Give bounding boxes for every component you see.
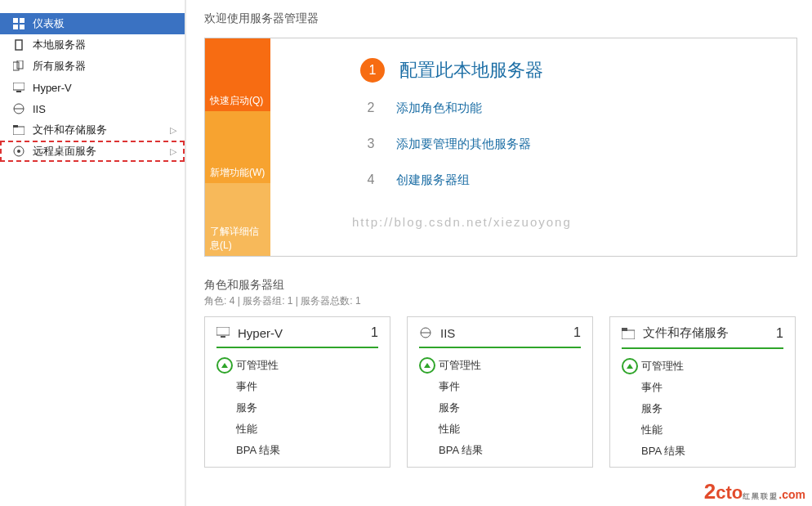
card-line-manageability[interactable]: 可管理性 (419, 355, 581, 376)
svg-rect-19 (622, 330, 635, 339)
svg-rect-0 (13, 18, 18, 23)
status-ok-icon (419, 357, 435, 374)
hyperv-icon (11, 83, 26, 92)
card-file-storage[interactable]: 文件和存储服务 1 可管理性 事件 服务 性能 BPA 结果 (609, 316, 796, 468)
sidebar-item-label: 远程桌面服务 (33, 144, 96, 159)
servers-icon (11, 60, 26, 72)
svg-point-14 (17, 150, 20, 153)
server-icon (11, 39, 26, 51)
step-number: 2 (360, 97, 381, 119)
tab-label: 新增功能(W) (210, 166, 265, 180)
sidebar-item-label: Hyper-V (33, 82, 72, 94)
sidebar-item-remote-desktop[interactable]: 远程桌面服务 ▷ (0, 141, 185, 162)
step-create-group[interactable]: 4 创建服务器组 (360, 169, 787, 190)
dashboard-icon (11, 18, 26, 29)
card-divider (419, 347, 581, 348)
chevron-right-icon: ▷ (170, 146, 176, 157)
watermark-logo: 2cto红黑联盟.com (704, 479, 805, 504)
card-title-text: 文件和存储服务 (643, 325, 729, 341)
card-line-manageability[interactable]: 可管理性 (622, 356, 783, 377)
rds-icon (11, 146, 26, 157)
sidebar: 仪表板 本地服务器 所有服务器 Hyper-V IIS 文件和存储服务 ▷ 远程… (0, 0, 186, 506)
card-line-events[interactable]: 事件 (419, 376, 581, 397)
roles-section-title: 角色和服务器组 (204, 278, 797, 293)
card-line-performance[interactable]: 性能 (622, 419, 783, 441)
step-text: 配置此本地服务器 (399, 58, 543, 83)
sidebar-item-iis[interactable]: IIS (0, 98, 185, 119)
step-configure-local[interactable]: 1 配置此本地服务器 (360, 58, 787, 83)
main-content: 欢迎使用服务器管理器 快速启动(Q) 新增功能(W) 了解详细信息(L) 1 配… (186, 0, 812, 468)
svg-rect-11 (13, 127, 25, 135)
card-count: 1 (573, 325, 581, 340)
tab-label: 快速启动(Q) (210, 94, 263, 108)
svg-rect-2 (13, 25, 18, 29)
card-line-bpa[interactable]: BPA 结果 (622, 441, 783, 462)
step-add-roles[interactable]: 2 添加角色和功能 (360, 97, 787, 119)
tab-quickstart[interactable]: 快速启动(Q) (205, 38, 270, 111)
card-line-performance[interactable]: 性能 (419, 419, 581, 440)
welcome-panel: 快速启动(Q) 新增功能(W) 了解详细信息(L) 1 配置此本地服务器 2 添… (204, 38, 797, 257)
card-title-text: IIS (440, 326, 455, 340)
card-line-manageability[interactable]: 可管理性 (216, 355, 378, 376)
sidebar-item-file-storage[interactable]: 文件和存储服务 ▷ (0, 119, 185, 141)
step-number: 4 (360, 169, 381, 190)
tab-learnmore[interactable]: 了解详细信息(L) (205, 183, 270, 256)
card-count: 1 (371, 325, 378, 340)
sidebar-item-label: 所有服务器 (33, 59, 86, 74)
sidebar-item-all-servers[interactable]: 所有服务器 (0, 56, 185, 77)
card-divider (216, 347, 378, 348)
card-line-services[interactable]: 服务 (216, 397, 378, 419)
svg-rect-3 (20, 25, 25, 29)
card-line-performance[interactable]: 性能 (216, 419, 378, 440)
sidebar-item-local-server[interactable]: 本地服务器 (0, 34, 185, 56)
file-icon (622, 328, 635, 339)
svg-rect-7 (13, 83, 25, 90)
svg-rect-4 (16, 40, 22, 50)
sidebar-item-label: 仪表板 (33, 16, 65, 31)
tab-whatsnew[interactable]: 新增功能(W) (205, 111, 270, 184)
card-count: 1 (776, 326, 783, 341)
tab-label: 了解详细信息(L) (210, 225, 265, 253)
welcome-title: 欢迎使用服务器管理器 (204, 11, 797, 26)
chevron-right-icon: ▷ (170, 125, 176, 136)
card-line-events[interactable]: 事件 (622, 377, 783, 398)
role-cards: Hyper-V 1 可管理性 事件 服务 性能 BPA 结果 IIS 1 可管理… (204, 316, 797, 468)
svg-rect-12 (13, 125, 18, 128)
roles-section-subtitle: 角色: 4 | 服务器组: 1 | 服务器总数: 1 (204, 294, 797, 308)
svg-rect-1 (20, 18, 25, 23)
iis-icon (419, 326, 432, 339)
card-hyperv[interactable]: Hyper-V 1 可管理性 事件 服务 性能 BPA 结果 (204, 316, 390, 468)
watermark-text: http://blog.csdn.net/xiezuoyong (352, 215, 787, 229)
sidebar-item-label: IIS (33, 103, 46, 115)
status-ok-icon (216, 357, 233, 374)
steps-area: 1 配置此本地服务器 2 添加角色和功能 3 添加要管理的其他服务器 4 创建服… (270, 38, 796, 256)
card-line-services[interactable]: 服务 (622, 398, 783, 419)
sidebar-item-label: 本地服务器 (33, 38, 86, 52)
sidebar-item-hyperv[interactable]: Hyper-V (0, 77, 185, 98)
card-line-bpa[interactable]: BPA 结果 (216, 440, 378, 461)
svg-rect-15 (216, 327, 230, 335)
step-add-servers[interactable]: 3 添加要管理的其他服务器 (360, 133, 787, 154)
svg-rect-8 (16, 91, 21, 92)
card-title-text: Hyper-V (238, 326, 283, 340)
iis-icon (11, 103, 26, 114)
svg-rect-16 (221, 336, 225, 338)
step-number: 1 (360, 58, 385, 83)
svg-rect-20 (622, 328, 627, 331)
card-line-bpa[interactable]: BPA 结果 (419, 440, 581, 461)
hyperv-icon (216, 327, 230, 338)
sidebar-item-dashboard[interactable]: 仪表板 (0, 13, 185, 34)
sidebar-item-label: 文件和存储服务 (33, 123, 107, 137)
welcome-tabs: 快速启动(Q) 新增功能(W) 了解详细信息(L) (205, 38, 270, 256)
step-number: 3 (360, 133, 381, 154)
step-text: 创建服务器组 (396, 172, 470, 188)
card-line-services[interactable]: 服务 (419, 397, 581, 419)
status-ok-icon (622, 358, 638, 374)
step-text: 添加角色和功能 (396, 101, 482, 116)
step-text: 添加要管理的其他服务器 (396, 137, 531, 152)
card-line-events[interactable]: 事件 (216, 376, 378, 397)
file-icon (11, 125, 26, 135)
card-iis[interactable]: IIS 1 可管理性 事件 服务 性能 BPA 结果 (407, 316, 593, 468)
card-divider (622, 347, 783, 349)
